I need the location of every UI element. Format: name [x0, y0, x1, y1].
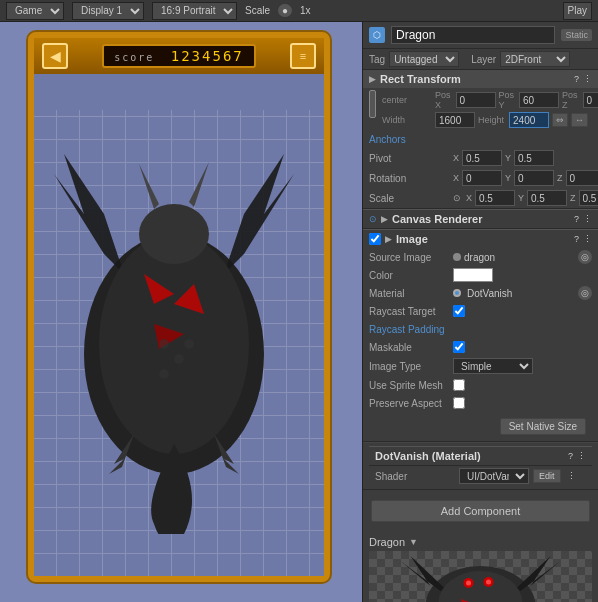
add-component-button[interactable]: Add Component [371, 500, 590, 522]
constrain-height-btn[interactable]: ↔ [571, 113, 588, 127]
material-value: DotVanish [467, 288, 512, 299]
static-badge: Static [561, 29, 592, 41]
card-icon-left: ◀ [42, 43, 68, 69]
tag-select[interactable]: Untagged [389, 51, 459, 67]
material-circle-btn[interactable]: ◎ [578, 286, 592, 300]
anchors-row: Anchors [363, 130, 598, 148]
preserve-aspect-checkbox[interactable] [453, 397, 465, 409]
rot-x-label: X [453, 173, 459, 183]
constrain-width-btn[interactable]: ⇔ [552, 113, 568, 127]
width-label: Width [382, 115, 432, 125]
source-image-circle-btn[interactable]: ◎ [578, 250, 592, 264]
cr-help-icon[interactable]: ? [574, 214, 579, 224]
shader-edit-button[interactable]: Edit [533, 469, 561, 483]
pos-x-label: Pos X [435, 90, 451, 110]
rt-fields: center Pos X Pos Y Pos Z Width Height [382, 90, 598, 128]
image-section: ▶ Image ? ⋮ Source Image dragon ◎ Color [363, 229, 598, 442]
pos-row: center Pos X Pos Y Pos Z [382, 90, 598, 110]
rot-x-input[interactable] [462, 170, 502, 186]
image-menu-icon[interactable]: ⋮ [583, 234, 592, 244]
svg-point-1 [99, 234, 249, 454]
rotation-label: Rotation [369, 173, 449, 184]
canvas-renderer-title: Canvas Renderer [392, 213, 483, 225]
center-label: center [382, 95, 432, 105]
canvas-renderer-section: ⊙ ▶ Canvas Renderer ? ⋮ [363, 209, 598, 229]
cr-menu-icon[interactable]: ⋮ [583, 214, 592, 224]
pos-y-input[interactable] [519, 92, 559, 108]
shader-select[interactable]: UI/DotVanis [459, 468, 529, 484]
scale-z-label: Z [570, 193, 576, 203]
left-arrow-icon: ◀ [50, 48, 61, 64]
image-enabled-checkbox[interactable] [369, 233, 381, 245]
pivot-row: Pivot X Y [363, 148, 598, 168]
thumbnail-image: Dragon Image Size: 1600x1200 [369, 551, 592, 602]
add-component-area: Add Component [363, 490, 598, 532]
scale-indicator-icon: ⊙ [453, 193, 461, 203]
scale-y-input[interactable] [527, 190, 567, 206]
tag-label: Tag [369, 54, 385, 65]
game-viewport: ◀ score 1234567 ≡ [0, 22, 362, 602]
scale-z-input[interactable] [579, 190, 598, 206]
rt-widget-area: center Pos X Pos Y Pos Z Width Height [363, 88, 598, 130]
image-help-icon[interactable]: ? [574, 234, 579, 244]
rot-y-label: Y [505, 173, 511, 183]
thumbnail-section: Dragon ▼ [363, 532, 598, 602]
scale-x-input[interactable] [475, 190, 515, 206]
height-input[interactable] [509, 112, 549, 128]
source-image-row: Source Image dragon ◎ [363, 248, 598, 266]
play-button[interactable]: Play [563, 2, 592, 20]
rt-help-icon[interactable]: ? [574, 74, 579, 84]
pivot-y-input[interactable] [514, 150, 554, 166]
rotation-row: Rotation X Y Z [363, 168, 598, 188]
pivot-x-input[interactable] [462, 150, 502, 166]
material-label: Material [369, 288, 449, 299]
dot-vanish-section: DotVanish (Material) ? ⋮ Shader UI/DotVa… [363, 442, 598, 490]
thumb-header: Dragon ▼ [369, 536, 592, 548]
pivot-y-label: Y [505, 153, 511, 163]
raycast-checkbox[interactable] [453, 305, 465, 317]
width-input[interactable] [435, 112, 475, 128]
image-header[interactable]: ▶ Image ? ⋮ [363, 229, 598, 248]
use-sprite-checkbox[interactable] [453, 379, 465, 391]
rect-transform-header[interactable]: ▶ Rect Transform ? ⋮ [363, 70, 598, 88]
height-label: Height [478, 115, 504, 125]
display-dropdown[interactable]: Display 1 [72, 2, 144, 20]
layer-select[interactable]: 2DFront [500, 51, 570, 67]
preserve-aspect-row: Preserve Aspect [363, 394, 598, 412]
object-name-input[interactable] [391, 26, 555, 44]
canvas-renderer-header[interactable]: ⊙ ▶ Canvas Renderer ? ⋮ [363, 209, 598, 228]
shader-row: Shader UI/DotVanis Edit ⋮ [369, 466, 592, 486]
canvas-renderer-icons: ? ⋮ [574, 214, 592, 224]
rot-z-input[interactable] [566, 170, 598, 186]
scale-row: Scale ⊙ X Y Z [363, 188, 598, 208]
ratio-dropdown[interactable]: 16:9 Portrait [152, 2, 237, 20]
rot-y-input[interactable] [514, 170, 554, 186]
dot-vanish-header[interactable]: DotVanish (Material) ? ⋮ [369, 446, 592, 466]
svg-point-6 [139, 204, 209, 264]
rotation-xyz: X Y Z [453, 170, 598, 186]
pos-x-input[interactable] [456, 92, 496, 108]
dot-vanish-icons: ? ⋮ [568, 451, 586, 461]
rt-section-icons: ? ⋮ [574, 74, 592, 84]
game-dropdown[interactable]: Game [6, 2, 64, 20]
color-swatch[interactable] [453, 268, 493, 282]
source-dot-icon [453, 253, 461, 261]
scale-x-label: X [466, 193, 472, 203]
dv-menu-icon[interactable]: ⋮ [577, 451, 586, 461]
object-header: ⬡ Static [363, 22, 598, 49]
maskable-checkbox[interactable] [453, 341, 465, 353]
shader-menu-icon[interactable]: ⋮ [567, 471, 576, 481]
maskable-row: Maskable [363, 338, 598, 356]
pivot-x-label: X [453, 153, 459, 163]
image-type-select[interactable]: Simple [453, 358, 533, 374]
dv-help-icon[interactable]: ? [568, 451, 573, 461]
thumbnail-dragon-art [369, 551, 592, 602]
native-size-button[interactable]: Set Native Size [500, 418, 586, 435]
svg-point-8 [174, 354, 184, 364]
svg-point-17 [486, 580, 491, 585]
pos-z-input[interactable] [583, 92, 598, 108]
material-dot-icon [453, 289, 461, 297]
rt-menu-icon[interactable]: ⋮ [583, 74, 592, 84]
menu-icon: ≡ [300, 50, 306, 62]
material-row: Material DotVanish ◎ [363, 284, 598, 302]
